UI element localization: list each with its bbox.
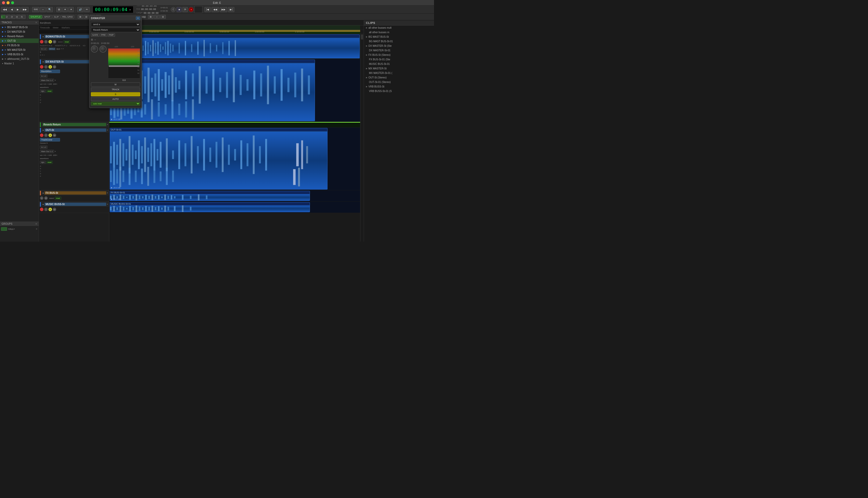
zoom2-btn[interactable]: ⊞ (148, 15, 153, 19)
dxmaster-solo-btn[interactable]: S (49, 65, 52, 69)
auto-read-select[interactable]: auto read (91, 102, 140, 106)
clip-item-vrbbuss[interactable]: ▶ VRB BUSS-St (364, 84, 434, 89)
moon-btn[interactable]: ☾ (171, 7, 176, 12)
outst-mute-btn[interactable]: M (53, 133, 56, 137)
loop2-btn[interactable]: ⊟ (160, 15, 166, 19)
rel-grid-btn[interactable]: REL GRID (61, 15, 74, 18)
knob2[interactable] (99, 45, 107, 53)
pencil-btn[interactable]: ✦ (62, 7, 68, 12)
s-button[interactable]: S (91, 92, 140, 96)
auto-button[interactable]: AUTO (91, 97, 140, 101)
outst-input-btn[interactable]: I (44, 133, 48, 137)
scrollbar-thumb[interactable] (361, 35, 363, 39)
track-item-vrbbuss[interactable]: ▶ ≋ VRB BUSS-St (0, 52, 39, 56)
pre-btn[interactable]: PRE (100, 33, 107, 37)
bgmast-input-btn[interactable]: I (44, 40, 48, 43)
nav-right-btn[interactable]: ▶▶ (21, 7, 29, 12)
groups-expand-icon[interactable]: ✕ (36, 228, 38, 230)
stop-btn[interactable]: ■ (177, 7, 181, 12)
clip-item-bgmast-01[interactable]: BG MAST BUS-St-01 (364, 39, 434, 44)
outst-clip[interactable]: OUT-St-01 (110, 128, 327, 189)
musicbuss-name[interactable]: MUSIC BUSS-St (44, 202, 106, 206)
goto-end-btn[interactable]: ▶| (228, 7, 234, 12)
popup-close-x[interactable]: ✕ (136, 17, 140, 20)
track-item-mxmaster[interactable]: ▶ ≋ MX MASTER-St (0, 48, 39, 52)
outst-expand2[interactable]: ▾ (55, 150, 56, 153)
fader-handle[interactable] (109, 65, 139, 67)
clip-item-all-other-2[interactable]: all other busses m (364, 30, 434, 35)
clip-item-dxmaster-01[interactable]: DX MASTER-St-01 (364, 48, 434, 53)
clip-item-vrbbuss-01[interactable]: VRB BUSS-St-01 (S (364, 89, 434, 93)
num-2[interactable]: 2 (6, 15, 11, 19)
dxmaster-reverb-insert[interactable]: RevrbRtrn (40, 70, 60, 73)
track-item-reverb[interactable]: ▶ ≋ Reverb Return (0, 34, 39, 38)
clip-item-fxbus[interactable]: ▶ FX BUS-St (Stereo) (364, 53, 434, 57)
musicbuss-clip[interactable]: MUSIC BUSS-St-01 (110, 202, 310, 212)
hand-btn[interactable]: ✦ (68, 7, 74, 12)
bgmast-mute-btn[interactable]: M (53, 40, 56, 43)
clip-item-music-bus[interactable]: MUSIC BUS-St-01 (364, 62, 434, 66)
loop-btn[interactable]: ⟲⟲ (32, 7, 39, 12)
outst-track-ctrl-insert[interactable]: TrackContr (40, 138, 60, 142)
shuffle-btn[interactable]: SHUFFLE (29, 15, 42, 18)
nav-left-btn[interactable]: ◀◀ (1, 7, 9, 12)
dxmaster-input-btn[interactable]: I (44, 65, 48, 69)
nav-left-small[interactable]: ◀ (9, 7, 15, 12)
track-item-dxmaster[interactable]: ▶ ≋ DX MASTER-St (0, 29, 39, 34)
trim-btn[interactable]: ↔ (40, 7, 46, 12)
track-item-outst[interactable]: ▶ ≋ OUT-St (0, 38, 39, 43)
spot-btn[interactable]: SPOT (43, 15, 52, 18)
musicbuss-input-btn[interactable]: I (44, 208, 48, 211)
reverb-select[interactable]: Reverb Return (91, 28, 140, 32)
clip-item-all-other[interactable]: ▶ all other busses mult (364, 26, 434, 30)
dxmaster-read-btn[interactable]: read (46, 90, 53, 93)
goto-start-btn[interactable]: |◀ (204, 7, 211, 12)
num-5[interactable]: 5 (21, 15, 26, 19)
dxmaster-mute-btn[interactable]: M (53, 65, 56, 69)
pmp-btn[interactable]: PMP (108, 33, 115, 37)
close-button[interactable] (2, 1, 5, 4)
clip-item-outst[interactable]: ▶ OUT-St (Stereo) (364, 75, 434, 80)
num-1[interactable]: 1 (1, 15, 5, 19)
clip-item-mxmaster[interactable]: ▶ MX MASTER-St (364, 66, 434, 71)
clip-item-bgmast[interactable]: ▶ BG MAST BUS-St (364, 35, 434, 39)
clip-item-mxmaster-01[interactable]: MX MASTER-St-01 ( (364, 71, 434, 75)
musicbuss-solo-btn[interactable]: S (49, 208, 52, 211)
bgmast-solo-btn[interactable]: S (49, 40, 52, 43)
pencil2-btn[interactable]: ✏ (84, 7, 90, 12)
num-3[interactable]: 3 (11, 15, 16, 19)
record-btn[interactable]: ● (189, 7, 194, 12)
bgmast-read-btn[interactable]: read (64, 40, 70, 43)
dxmaster-dyn-btn[interactable]: dyn (40, 90, 46, 93)
slip-btn[interactable]: SLIP (53, 15, 60, 18)
speaker-btn[interactable]: 🔊 (77, 7, 84, 12)
send-select[interactable]: send a (91, 22, 140, 27)
fxbus-i-btn[interactable]: S (40, 196, 43, 200)
trim2-btn[interactable]: ↔ (154, 15, 160, 19)
fxbus-name[interactable]: FX BUS-St (44, 191, 106, 195)
track-button[interactable]: TRACK (91, 88, 140, 92)
bgmast-record-btn[interactable] (40, 40, 43, 43)
outst-read-btn[interactable]: read (46, 161, 53, 164)
minimize-button[interactable] (6, 1, 10, 4)
snap-btn[interactable]: ⊟ (84, 15, 89, 19)
fxbus-expand[interactable]: ▾ (107, 192, 108, 194)
reverb-expand[interactable]: ▾ (107, 123, 108, 126)
track-item-bgmast[interactable]: ▶ ≋ BG MAST BUS-St (0, 25, 39, 29)
dxmaster-in-btn[interactable]: In 1-2 (40, 75, 48, 78)
tracks-close[interactable]: ✕ (35, 21, 37, 24)
bgmast-in-btn[interactable]: In 1-2 (40, 47, 48, 51)
musicbuss-record-btn[interactable] (40, 208, 43, 211)
outst-dyn-btn[interactable]: dyn (40, 161, 46, 164)
fxbus-clip[interactable]: FX BUS-St-01 (110, 191, 310, 201)
bgmast-clip[interactable]: BG MAST BUS-St-01 (110, 35, 360, 58)
fxbus-read-btn[interactable]: read (55, 197, 61, 200)
knob1[interactable] (91, 45, 98, 53)
outst-solo-btn[interactable]: S (49, 133, 52, 137)
m-button[interactable]: M (91, 82, 140, 87)
outst-out-btn[interactable]: Main Out 1-2 (40, 150, 54, 153)
clip-item-dxmaster[interactable]: ▶ DX MASTER-St (Ste (364, 44, 434, 48)
musicbuss-mute-btn[interactable]: M (53, 208, 56, 211)
rewind-btn[interactable]: ◀◀ (212, 7, 219, 12)
track-item-master1[interactable]: ● Master 1 (0, 61, 39, 66)
